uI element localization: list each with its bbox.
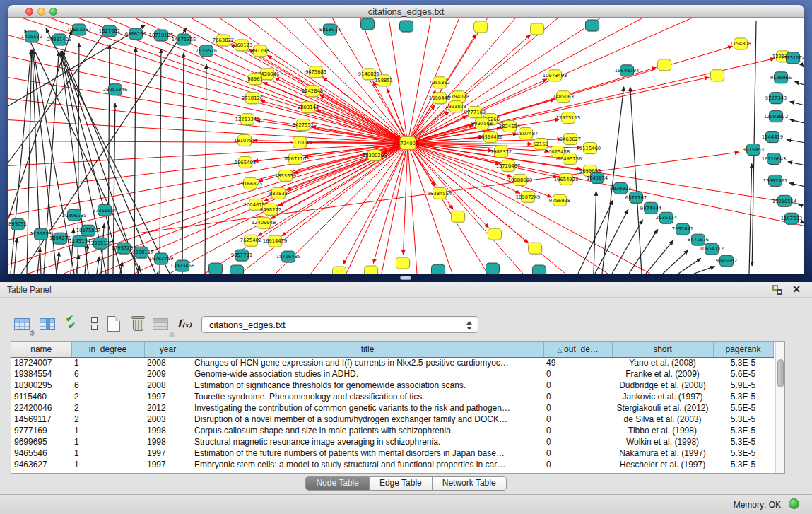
graph-node[interactable] [529, 243, 543, 255]
graph-node[interactable] [400, 21, 414, 33]
float-panel-icon[interactable] [772, 285, 782, 295]
table-row[interactable]: 946362711997Embryonic stem cells: a mode… [11, 459, 773, 470]
graph-node[interactable] [474, 21, 488, 33]
table-row[interactable]: 977716911998Corpus callosum shape and si… [11, 425, 773, 436]
svg-text:6794028: 6794028 [448, 94, 469, 100]
delete-table-icon: ⦻ [150, 313, 171, 334]
column-header-pagerank[interactable]: pagerank [713, 342, 773, 357]
network-window-titlebar[interactable]: citations_edges.txt [8, 5, 804, 18]
svg-text:19654923: 19654923 [554, 177, 579, 182]
graph-node[interactable] [531, 23, 545, 35]
table-cell: Embryonic stem cells: a model to study s… [192, 459, 543, 470]
column-header-short[interactable]: short [612, 342, 713, 357]
delete-trash-icon[interactable] [127, 313, 148, 334]
network-view-window[interactable]: citations_edges.txt 14055722089140610653… [8, 5, 804, 274]
svg-text:1527602: 1527602 [99, 28, 120, 34]
node-attribute-table: namein_degreeyeartitle△out_de…shortpager… [11, 341, 785, 474]
graph-node[interactable] [209, 263, 223, 274]
svg-text:1640954: 1640954 [587, 175, 608, 181]
network-canvas[interactable]: 1405572208914061065328715276026466160107… [8, 18, 804, 274]
scrollbar-thumb[interactable] [777, 359, 784, 387]
graph-node[interactable]: 98961 [247, 74, 263, 86]
graph-node[interactable] [586, 20, 600, 32]
table-cell: 1997 [144, 459, 192, 470]
column-header-outde[interactable]: △out_de… [543, 342, 612, 357]
graph-node[interactable] [361, 18, 375, 30]
graph-node[interactable] [533, 265, 547, 274]
table-cell: Hescheler et al. (1997) [612, 459, 713, 470]
table-panel-header: Table Panel ✕ [0, 282, 812, 298]
citation-graph[interactable]: 1405572208914061065328715276026466160107… [8, 18, 804, 274]
svg-text:12093872: 12093872 [764, 114, 789, 119]
select-all-icon[interactable]: ✔✔ [62, 313, 83, 334]
table-cell: 1 [71, 448, 144, 459]
table-cell: 0 [543, 414, 612, 425]
cytoscape-desktop-background: citations_edges.txt 14055722089140610653… [0, 0, 812, 282]
graph-node[interactable] [333, 267, 347, 274]
svg-text:10973493: 10973493 [543, 73, 567, 78]
svg-text:9777169: 9777169 [464, 110, 486, 115]
table-row[interactable]: 946554611997Estimation of the future num… [11, 448, 773, 459]
unselect-all-icon[interactable] [83, 313, 105, 334]
table-panel: Table Panel ✕ ⚙ ✔✔ ⦻ f(x) citations_edge… [0, 282, 812, 514]
new-document-icon[interactable] [103, 313, 124, 334]
graph-node[interactable] [486, 263, 500, 274]
table-vertical-scrollbar[interactable] [775, 342, 784, 473]
table-cell: 1 [71, 357, 144, 368]
table-settings-icon[interactable]: ⚙ [11, 313, 33, 334]
splitter-grip[interactable] [400, 276, 411, 280]
table-row[interactable]: 1456911722003Disruption of a novel membe… [11, 414, 773, 425]
column-header-indegree[interactable]: in_degree [71, 342, 144, 357]
table-cell: de Silva et al. (2003) [612, 414, 713, 425]
tab-edge-table[interactable]: Edge Table [370, 476, 433, 491]
table-selector-dropdown[interactable]: citations_edges.txt [201, 316, 478, 333]
function-builder-icon[interactable]: f(x) [174, 313, 195, 334]
table-cell: 0 [543, 436, 612, 448]
column-header-title[interactable]: title [192, 342, 543, 357]
table-cell: 6 [71, 380, 144, 391]
svg-text:9475685: 9475685 [305, 69, 326, 75]
svg-text:6879197: 6879197 [625, 195, 647, 201]
graph-node[interactable] [230, 265, 245, 274]
table-cell: 9115460 [11, 391, 71, 402]
table-cell: Stergiakouli et al. (2012) [612, 402, 713, 414]
graph-node[interactable]: 1724007 [397, 137, 418, 151]
status-bar: Memory: OK [0, 494, 812, 514]
table-cell: 9463627 [11, 459, 71, 470]
table-cell: Genome-wide association studies in ADHD. [192, 368, 543, 380]
table-row[interactable]: 969969511998Structural magnetic resonanc… [11, 436, 773, 448]
graph-node[interactable] [452, 211, 466, 223]
show-columns-icon[interactable] [37, 313, 58, 334]
svg-text:15716485: 15716485 [276, 254, 301, 259]
column-header-name[interactable]: name [11, 342, 71, 357]
close-panel-icon[interactable]: ✕ [792, 284, 801, 295]
table-row[interactable]: 1872400712008Changes of HCN gene express… [11, 357, 773, 368]
svg-text:1990448: 1990448 [429, 95, 450, 101]
table-cell: 2008 [144, 357, 192, 368]
table-cell: 9777169 [11, 425, 71, 436]
table-row[interactable]: 1830029562008Estimation of significance … [11, 380, 773, 391]
table-row[interactable]: 1938455462009Genome-wide association stu… [11, 368, 773, 380]
svg-text:62160: 62160 [533, 141, 548, 147]
table-row[interactable]: 911546021997Tourette syndrome. Phenomeno… [11, 391, 773, 402]
tab-network-table[interactable]: Network Table [433, 476, 507, 491]
svg-text:16914479: 16914479 [263, 238, 288, 244]
graph-node[interactable] [365, 266, 379, 274]
tab-node-table[interactable]: Node Table [305, 476, 370, 491]
svg-text:15692961: 15692961 [763, 178, 788, 184]
table-row[interactable]: 2242004622012Investigating the contribut… [11, 402, 773, 414]
table-cell: 2003 [144, 414, 192, 425]
graph-node[interactable] [432, 264, 446, 274]
graph-node[interactable] [711, 70, 725, 82]
svg-text:9129966: 9129966 [770, 75, 792, 81]
table-cell: 1 [71, 425, 144, 436]
svg-text:3215953: 3215953 [743, 147, 764, 153]
column-header-year[interactable]: year [144, 342, 192, 357]
dropdown-stepper-icon [466, 319, 473, 332]
svg-text:19166825: 19166825 [238, 181, 263, 187]
table-cell: Tourette syndrome. Phenomenology and cla… [192, 391, 543, 402]
svg-text:9242848: 9242848 [302, 88, 323, 94]
graph-node[interactable] [488, 228, 502, 240]
graph-node[interactable] [658, 59, 672, 71]
graph-node[interactable] [396, 257, 411, 269]
